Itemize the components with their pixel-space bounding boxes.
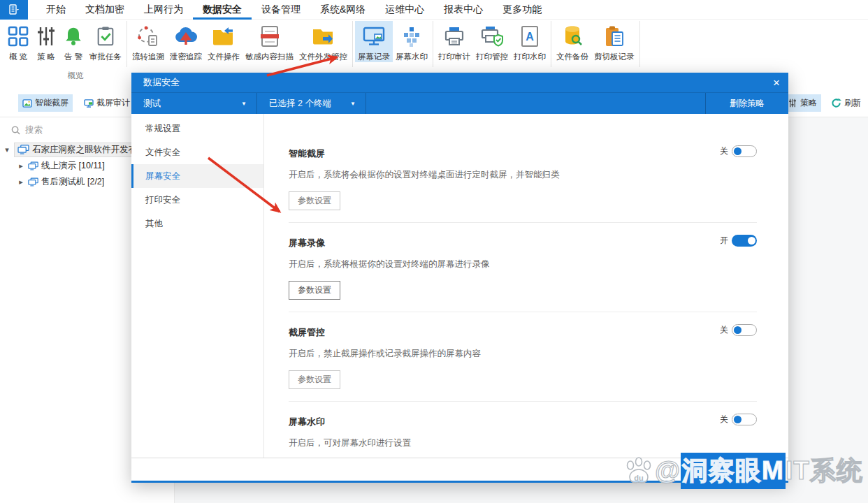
ribbon-item-file-operation[interactable]: 文件操作: [205, 21, 243, 62]
ribbon-item-file-outgoing-control[interactable]: 文件外发管控: [296, 21, 350, 62]
nav-screen-security[interactable]: 屏幕安全: [131, 164, 263, 188]
ribbon-item-print-control[interactable]: 打印管控: [473, 21, 511, 62]
tab-device-management[interactable]: 设备管理: [252, 0, 310, 20]
dialog-footer: [131, 458, 788, 481]
ribbon-item-label: 打印管控: [476, 52, 508, 62]
nav-general-settings[interactable]: 常规设置: [131, 117, 263, 140]
overview-grid-icon: [7, 23, 29, 50]
delete-policy-button[interactable]: 删除策略: [706, 93, 788, 114]
ribbon-separator: [126, 21, 127, 67]
smart-capture-label: 智能截屏: [35, 97, 68, 109]
nav-file-security[interactable]: 文件安全: [131, 140, 263, 164]
toggle-switch[interactable]: [732, 414, 757, 425]
tab-ops-center[interactable]: 运维中心: [375, 0, 434, 20]
dialog-title: 数据安全: [143, 76, 180, 89]
ribbon-item-label: 剪切板记录: [594, 52, 635, 62]
clipboard-record-icon: [604, 23, 625, 50]
ribbon-item-screen-watermark[interactable]: 屏幕水印: [393, 21, 431, 62]
policy-dropdown[interactable]: 测试 ▼: [131, 93, 257, 114]
dialog-title-bar: 数据安全 ×: [131, 73, 788, 93]
section-title: 屏幕水印: [289, 416, 757, 428]
chevron-right-icon[interactable]: ▸: [17, 177, 25, 187]
file-outgoing-folder-icon: [312, 23, 335, 50]
terminals-dropdown[interactable]: 已选择 2 个终端 ▼: [257, 93, 366, 114]
smart-capture-button[interactable]: 智能截屏: [18, 94, 73, 112]
ribbon-separator: [433, 21, 433, 67]
app-window: 开始 文档加密 上网行为 数据安全 设备管理 系统&网络 运维中心 报表中心 更…: [0, 0, 868, 503]
computers-icon: [28, 161, 38, 170]
ribbon-item-screen-record[interactable]: 屏幕记录: [355, 21, 393, 62]
svg-text:A: A: [526, 31, 534, 43]
refresh-icon: [831, 98, 841, 108]
ribbon-item-circulation-trace[interactable]: 流转追溯: [129, 21, 167, 62]
nav-print-security[interactable]: 打印安全: [131, 188, 263, 212]
section-description: 开启后，可对屏幕水印进行设置: [289, 437, 757, 449]
tab-report-center[interactable]: 报表中心: [434, 0, 493, 20]
ribbon-item-label: 屏幕水印: [396, 52, 428, 62]
ribbon-item-label: 文件备份: [556, 52, 588, 62]
section-smart-capture: 智能截屏 开启后，系统将会根据你的设置对终端桌面进行定时截屏，并智能归类 参数设…: [264, 133, 788, 223]
chevron-right-icon[interactable]: ▸: [17, 161, 25, 170]
tab-start[interactable]: 开始: [36, 0, 75, 20]
circulation-trace-icon: [137, 23, 159, 50]
param-settings-button[interactable]: 参数设置: [289, 191, 340, 210]
param-settings-button[interactable]: 参数设置: [289, 370, 340, 389]
nav-other[interactable]: 其他: [131, 212, 263, 235]
ribbon-group-label-overview: 概览: [55, 71, 96, 81]
toggle-state-label: 关: [720, 324, 728, 336]
selector-bar-spacer: [366, 93, 706, 114]
ribbon-item-approval-tasks[interactable]: 审批任务: [87, 21, 124, 62]
toggle-state-label: 开: [720, 235, 728, 247]
toggle-switch[interactable]: [732, 324, 757, 336]
search-placeholder: 搜索: [25, 124, 43, 136]
ribbon-item-alert[interactable]: 告 警: [60, 21, 87, 62]
menu-tabs: 开始 文档加密 上网行为 数据安全 设备管理 系统&网络 运维中心 报表中心 更…: [36, 0, 551, 19]
capture-audit-button[interactable]: 截屏审计: [80, 94, 134, 112]
refresh-button[interactable]: 刷新: [827, 94, 865, 112]
ribbon-item-label: 打印审计: [438, 52, 470, 62]
param-settings-button[interactable]: 参数设置: [289, 281, 340, 300]
dialog-content: 智能截屏 开启后，系统将会根据你的设置对终端桌面进行定时截屏，并智能归类 参数设…: [264, 114, 788, 458]
section-title: 截屏管控: [289, 326, 757, 339]
screen-record-monitor-icon: [362, 23, 386, 50]
tab-data-security[interactable]: 数据安全: [193, 0, 252, 20]
app-menu-button[interactable]: [0, 0, 28, 20]
policy-button[interactable]: 策略: [783, 94, 821, 112]
ribbon-item-label: 屏幕记录: [358, 52, 390, 62]
close-icon[interactable]: ×: [773, 73, 780, 93]
ribbon-item-clipboard-record[interactable]: 剪切板记录: [591, 21, 637, 62]
ribbon-item-label: 打印水印: [514, 52, 546, 62]
ribbon: 概 览 策 略 告 警 审批任务 流转追溯: [0, 20, 868, 70]
ribbon-item-label: 泄密追踪: [170, 52, 202, 62]
chevron-down-icon[interactable]: ▾: [3, 145, 11, 154]
ribbon-item-print-audit[interactable]: 打印审计: [435, 21, 473, 62]
toggle-state-label: 关: [720, 145, 728, 157]
app-logo-icon: [8, 3, 20, 16]
toggle-knob: [734, 147, 742, 155]
ribbon-item-policy[interactable]: 策 略: [32, 21, 60, 62]
toggle-switch[interactable]: [732, 145, 757, 157]
ribbon-item-file-backup[interactable]: 文件备份: [554, 21, 591, 62]
toggle-switch[interactable]: [732, 235, 757, 247]
tab-more-functions[interactable]: 更多功能: [493, 0, 551, 20]
screen-watermark-pattern-icon: [400, 23, 423, 50]
policy-dropdown-value: 测试: [143, 98, 161, 110]
ribbon-item-print-watermark[interactable]: A 打印水印: [511, 21, 549, 62]
toggle-state-label: 关: [720, 414, 728, 425]
file-operation-folder-icon: [212, 23, 236, 50]
ribbon-item-sensitive-content-scan[interactable]: 敏感内容扫描: [243, 21, 296, 62]
data-security-dialog: 数据安全 × 测试 ▼ 已选择 2 个终端 ▼ 删除策略 常规设置 文件安全 屏…: [131, 73, 788, 483]
sensitive-scan-icon: [259, 23, 280, 50]
section-screen-watermark: 屏幕水印 开启后，可对屏幕水印进行设置 参数设置 关: [264, 402, 788, 458]
group-label: 售后测试机 [2/2]: [41, 176, 104, 188]
ribbon-item-overview[interactable]: 概 览: [4, 21, 32, 62]
ribbon-separator: [352, 21, 353, 67]
tab-system-network[interactable]: 系统&网络: [310, 0, 375, 20]
ribbon-item-label: 概 览: [9, 52, 27, 62]
capture-audit-label: 截屏审计: [96, 97, 130, 109]
tab-doc-encryption[interactable]: 文档加密: [75, 0, 134, 20]
ribbon-item-leak-tracking[interactable]: 泄密追踪: [167, 21, 205, 62]
ribbon-item-label: 审批任务: [89, 52, 122, 62]
tab-web-behavior[interactable]: 上网行为: [134, 0, 193, 20]
print-watermark-doc-icon: A: [520, 23, 540, 50]
